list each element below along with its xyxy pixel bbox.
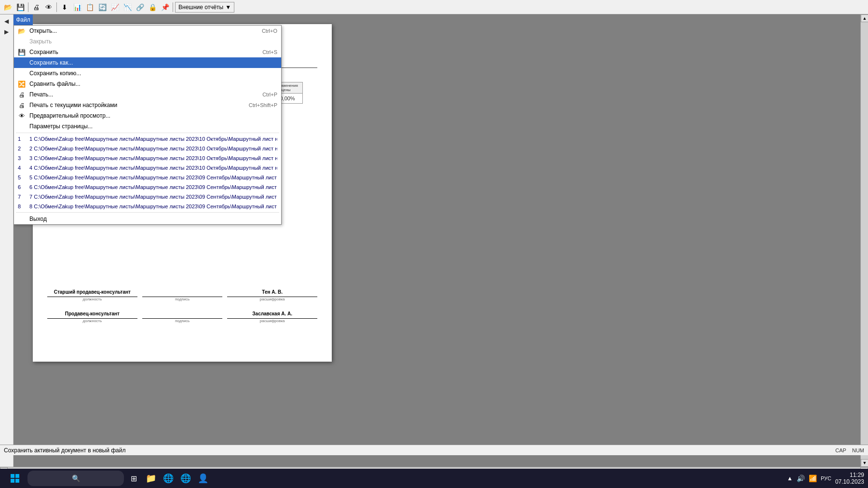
windows-logo-icon (9, 473, 21, 484)
dropdown-arrow-icon: ▼ (225, 4, 231, 11)
sig-col-sign-2: подпись (137, 311, 228, 323)
compare-icon: 🔀 (17, 79, 27, 89)
sig-decode-label-1: расшифровка (227, 297, 317, 301)
menu-item-save[interactable]: 💾 Сохранить Ctrl+S (14, 47, 281, 57)
signatures-area: Старший продавец-консультант должность п… (47, 289, 317, 333)
menu-item-page-params[interactable]: Параметры страницы... (14, 121, 281, 132)
external-reports-btn[interactable]: Внешние отчёты ▼ (175, 2, 234, 13)
left-sidebar: ◀ ▶ (0, 14, 14, 467)
tooltip-bar: Сохранить активный документ в новый файл… (0, 445, 868, 455)
toolbar-btn-6[interactable]: 🔄 (96, 1, 108, 13)
toolbar-btn-3[interactable]: ⬇ (59, 1, 70, 13)
menu-item-compare[interactable]: 🔀 Сравнить файлы... (14, 79, 281, 89)
svg-rect-3 (15, 479, 19, 483)
browser-icon-1: 🌐 (163, 473, 174, 484)
taskbar-right-area: ▲ 🔊 📶 РУС 11:29 07.10.2023 (787, 472, 864, 485)
recent-file-3[interactable]: 3 3 C:\Обмен\Zakup free\Маршрутные листы… (14, 153, 281, 163)
sig-line-1 (142, 289, 223, 297)
toolbar-separator-3 (173, 2, 173, 12)
sig-col-decode-2: Заславская А. А. расшифровка (227, 311, 317, 323)
taskbar-date-text: 07.10.2023 (835, 478, 864, 485)
toolbar-btn-8[interactable]: 📉 (122, 1, 133, 13)
print-icon: 🖨 (17, 90, 27, 99)
menu-item-print[interactable]: 🖨 Печать... Ctrl+P (14, 89, 281, 100)
toolbar-btn-7[interactable]: 📈 (109, 1, 121, 13)
browser-btn-2[interactable]: 🌐 (178, 471, 193, 486)
search-taskbar-icon: 🔍 (72, 474, 80, 482)
volume-icon[interactable]: 📶 (809, 474, 817, 482)
save-icon: 💾 (17, 47, 27, 57)
right-scrollbar[interactable]: ▲ ▼ (860, 14, 868, 467)
menu-item-preview[interactable]: 👁 Предварительный просмотр... (14, 110, 281, 121)
taskbar-datetime[interactable]: 11:29 07.10.2023 (835, 472, 864, 485)
sig-sign-label-2: подпись (137, 319, 228, 323)
sidebar-icon-2[interactable]: ▶ (2, 27, 12, 37)
app-special-icon: 👤 (198, 473, 208, 484)
recent-file-1[interactable]: 1 1 C:\Обмен\Zakup free\Маршрутные листы… (14, 134, 281, 144)
toolbar-btn-10[interactable]: 🔒 (147, 1, 158, 13)
toolbar: 📂 💾 🖨 👁 ⬇ 📊 📋 🔄 📈 📉 🔗 🔒 📌 Внешние отчёты… (0, 0, 868, 14)
svg-rect-0 (11, 474, 14, 478)
sig-name-2: Продавец-консультант (47, 311, 137, 319)
recent-file-5[interactable]: 5 5 C:\Обмен\Zakup free\Маршрутные листы… (14, 173, 281, 182)
sig-line-2 (142, 311, 223, 319)
taskbar-chevron-icon[interactable]: ▲ (787, 475, 793, 482)
task-view-icon: ⊞ (131, 474, 137, 483)
sig-col-decode-1: Тен А. В. расшифровка (227, 289, 317, 301)
document-area: % изменения цены 20,00% Старший продавец… (14, 14, 868, 467)
menu-item-exit[interactable]: Выход (14, 214, 281, 224)
menu-item-open[interactable]: 📂 Открыть... Ctrl+O (14, 26, 281, 36)
scroll-down-btn[interactable]: ▼ (861, 459, 868, 467)
caps-num-area: CAP NUM (835, 447, 864, 453)
sig-col-sign-1: подпись (137, 289, 228, 301)
recent-file-8[interactable]: 8 8 C:\Обмен\Zakup free\Маршрутные листы… (14, 202, 281, 211)
caps-indicator: CAP (835, 447, 846, 453)
taskbar-time-text: 11:29 (835, 472, 864, 478)
open-icon: 📂 (17, 26, 27, 36)
external-reports-label: Внешние отчёты (178, 4, 223, 11)
app-btn-special[interactable]: 👤 (195, 471, 211, 486)
toolbar-btn-4[interactable]: 📊 (71, 1, 83, 13)
search-taskbar-btn[interactable]: 🔍 (27, 471, 124, 486)
file-explorer-icon: 📁 (146, 473, 156, 484)
sig-decode-label-2: расшифровка (227, 319, 317, 323)
toolbar-save-btn[interactable]: 💾 (14, 1, 26, 13)
menu-item-save-copy[interactable]: Сохранить копию... (14, 68, 281, 79)
signature-row-1: Старший продавец-консультант должность п… (47, 289, 317, 301)
recent-file-6[interactable]: 6 6 C:\Обмен\Zakup free\Маршрутные листы… (14, 182, 281, 192)
menu-item-save-as[interactable]: Сохранить как... (14, 57, 281, 68)
sidebar-icon-1[interactable]: ◀ (2, 16, 12, 26)
file-explorer-btn[interactable]: 📁 (143, 471, 159, 486)
recent-file-4[interactable]: 4 4 C:\Обмен\Zakup free\Маршрутные листы… (14, 163, 281, 173)
sig-decode-1: Тен А. В. (227, 289, 317, 297)
scroll-track[interactable] (861, 22, 868, 459)
lang-indicator[interactable]: РУС (821, 475, 831, 481)
recent-file-2[interactable]: 2 2 C:\Обмен\Zakup free\Маршрутные листы… (14, 144, 281, 153)
network-icon[interactable]: 🔊 (797, 474, 805, 482)
sig-name-1: Старший продавец-консультант (47, 289, 137, 297)
toolbar-btn-9[interactable]: 🔗 (134, 1, 146, 13)
toolbar-preview-btn[interactable]: 👁 (43, 1, 54, 13)
app-window: 📂 💾 🖨 👁 ⬇ 📊 📋 🔄 📈 📉 🔗 🔒 📌 Внешние отчёты… (0, 0, 868, 488)
toolbar-separator-1 (28, 2, 28, 12)
scroll-up-btn[interactable]: ▲ (861, 14, 868, 22)
start-button[interactable] (4, 471, 26, 486)
menu-item-print-current[interactable]: 🖨 Печать с текущими настройками Ctrl+Shi… (14, 100, 281, 110)
sig-decode-2: Заславская А. А. (227, 311, 317, 319)
print-current-icon: 🖨 (17, 100, 27, 110)
toolbar-open-btn[interactable]: 📂 (2, 1, 14, 13)
browser-btn-1[interactable]: 🌐 (161, 471, 176, 486)
toolbar-btn-5[interactable]: 📋 (84, 1, 95, 13)
toolbar-btn-11[interactable]: 📌 (159, 1, 171, 13)
svg-rect-1 (15, 474, 19, 478)
tooltip-text: Сохранить активный документ в новый файл (4, 447, 126, 454)
recent-file-7[interactable]: 7 7 C:\Обмен\Zakup free\Маршрутные листы… (14, 192, 281, 202)
sig-sign-label-1: подпись (137, 297, 228, 301)
sig-col-position-1: Старший продавец-консультант должность (47, 289, 137, 301)
sig-label-2: должность (47, 319, 137, 323)
file-menu-button[interactable]: Файл (14, 14, 33, 25)
toolbar-print-btn[interactable]: 🖨 (30, 1, 42, 13)
browser-icon-2: 🌐 (180, 473, 191, 484)
task-view-btn[interactable]: ⊞ (126, 471, 141, 486)
menu-separator-1 (16, 133, 279, 133)
